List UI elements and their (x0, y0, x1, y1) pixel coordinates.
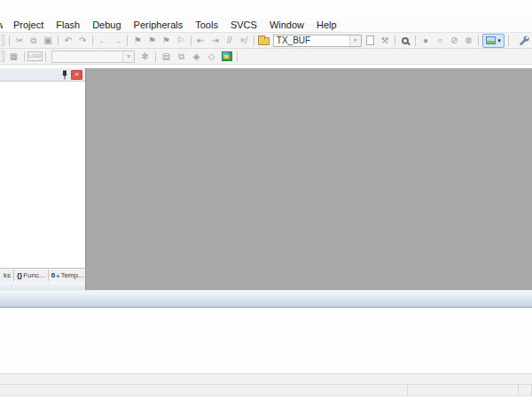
folder-icon (258, 37, 270, 45)
indent-left-icon[interactable]: ⇤ (194, 34, 208, 47)
pack-installer-icon[interactable] (219, 50, 234, 63)
output-scroll-strip (0, 373, 532, 384)
clipped-menu-item[interactable]: w (0, 20, 3, 30)
navigate-forward-icon[interactable]: → (110, 34, 124, 47)
chevron-down-icon: ▾ (497, 37, 501, 44)
find-tools-icon[interactable]: ⚒ (378, 34, 392, 47)
menu-help[interactable]: Help (310, 18, 343, 32)
window-layout-dropdown-button[interactable]: ▾ (482, 34, 505, 48)
bookmark-previous-icon[interactable]: ⚑ (145, 34, 159, 47)
zero-icon: 0 (51, 271, 55, 279)
app-window: w Project Flash Debug Peripherals Tools … (0, 0, 532, 399)
uncomment-icon[interactable]: ×/ (237, 34, 251, 47)
status-segment-locks (519, 385, 532, 395)
tab-templates[interactable]: 0 ₊ Temp... (49, 270, 87, 281)
redo-icon[interactable]: ↷ (75, 34, 90, 47)
project-tree-area[interactable] (0, 82, 85, 268)
target-select-input[interactable] (52, 51, 122, 62)
breakpoint-kill-all-icon[interactable]: ⊗ (461, 34, 475, 47)
menu-flash[interactable]: Flash (50, 18, 86, 32)
batch-build-icon[interactable]: ▦ (6, 50, 21, 63)
status-segment-message (0, 385, 408, 395)
cut-icon[interactable]: ✂ (12, 34, 27, 47)
menu-svcs[interactable]: SVCS (224, 18, 263, 32)
indent-right-icon[interactable]: ⇥ (208, 34, 223, 47)
build-output-caption-bar[interactable] (0, 290, 532, 308)
options-for-target-icon[interactable]: ✻ (137, 50, 153, 63)
menu-tools[interactable]: Tools (189, 18, 224, 32)
menu-project[interactable]: Project (7, 18, 50, 32)
breakpoint-toggle-icon[interactable]: ● (419, 34, 433, 47)
select-software-packs-icon[interactable]: ◇ (204, 50, 219, 63)
main-toolbar: ✂ ⧉ ▣ ↶ ↷ ← → ⚑ ⚑ ⚑ ⚐ ⇤ ⇥ // ×/ ▾ ⚒ ● ○ … (0, 33, 532, 49)
chevron-down-icon[interactable]: ▾ (349, 35, 361, 46)
copy-icon[interactable]: ⧉ (27, 34, 41, 47)
clipped-toolbar-icon (1, 35, 4, 46)
undo-icon[interactable]: ↶ (61, 34, 75, 47)
plus-icon: ₊ (56, 271, 59, 279)
bookmark-toggle-icon[interactable]: ⚑ (130, 34, 145, 47)
status-bar (0, 384, 532, 395)
build-output-area[interactable] (0, 308, 532, 373)
configure-wrench-icon[interactable] (517, 34, 531, 47)
braces-icon: {} (17, 271, 22, 279)
find-in-files-icon[interactable] (257, 34, 271, 47)
menu-bar: w Project Flash Debug Peripherals Tools … (0, 18, 532, 33)
content-area: × ks {} Func... 0 ₊ Temp... (0, 68, 532, 290)
navigate-back-icon[interactable]: ← (96, 34, 110, 47)
menu-debug[interactable]: Debug (86, 18, 127, 32)
package-icon (222, 51, 232, 61)
find-input[interactable] (274, 35, 349, 46)
magnifier-icon (402, 37, 409, 44)
breakpoint-disable-all-icon[interactable]: ⊘ (447, 34, 461, 47)
wrench-icon (518, 35, 529, 46)
breakpoint-enable-icon[interactable]: ○ (433, 34, 447, 47)
incremental-find-icon[interactable] (398, 34, 412, 47)
chevron-down-icon[interactable]: ▾ (122, 51, 134, 62)
manage-project-items-icon[interactable]: ▤ (159, 50, 174, 63)
tab-books[interactable]: ks (1, 270, 14, 281)
download-flash-icon[interactable]: LOAD (27, 50, 43, 63)
find-combobox[interactable]: ▾ (273, 35, 362, 47)
menu-window[interactable]: Window (263, 18, 310, 32)
project-panel-header: × (0, 68, 85, 82)
pin-icon[interactable] (61, 70, 68, 80)
clipped-toolbar-icon (1, 51, 4, 62)
project-panel-tabs: ks {} Func... 0 ₊ Temp... (0, 268, 85, 282)
picture-icon (486, 36, 496, 44)
title-bar (0, 0, 532, 18)
menu-peripherals[interactable]: Peripherals (128, 18, 190, 32)
comment-icon[interactable]: // (223, 34, 237, 47)
build-toolbar: ▦ LOAD ▾ ✻ ▤ ⧉ ◈ ◇ (0, 49, 532, 65)
mdi-workspace (86, 68, 532, 290)
run-time-environment-icon[interactable]: ◈ (189, 50, 204, 63)
target-select-combobox[interactable]: ▾ (51, 51, 135, 63)
close-panel-button[interactable]: × (71, 70, 82, 80)
project-panel: × ks {} Func... 0 ₊ Temp... (0, 68, 86, 290)
panel-bottom-filler (0, 282, 85, 290)
find-document-icon[interactable] (364, 34, 378, 47)
paste-icon[interactable]: ▣ (41, 34, 55, 47)
multi-project-window-icon[interactable]: ⧉ (174, 50, 189, 63)
bookmark-clear-all-icon[interactable]: ⚐ (173, 34, 187, 47)
bookmark-next-icon[interactable]: ⚑ (159, 34, 173, 47)
status-segment-position (408, 385, 519, 395)
tab-functions[interactable]: {} Func... (14, 270, 49, 281)
load-label: LOAD (27, 51, 43, 61)
window-bottom-edge (0, 395, 532, 399)
